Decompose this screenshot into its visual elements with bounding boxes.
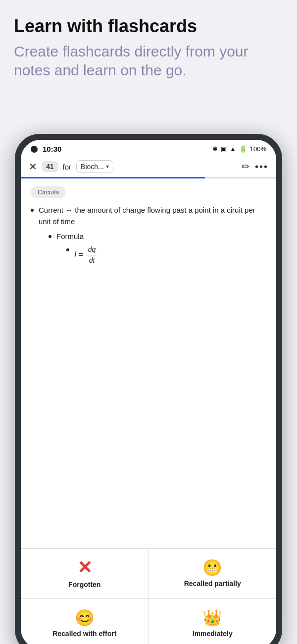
recalled-with-effort-button[interactable]: 😊 Recalled with effort: [21, 599, 148, 644]
sub-bullet-text: Formula I = dq dt: [56, 231, 98, 266]
card-tag: Circuits: [31, 186, 66, 198]
edit-button[interactable]: ✏: [242, 161, 250, 173]
page-header: Learn with flashcards Create flashcards …: [0, 0, 297, 91]
camera-dot: [31, 146, 38, 153]
recalled-partially-button[interactable]: 😬 Recalled partially: [149, 549, 277, 598]
battery-icon: 🔋: [239, 145, 247, 153]
toolbar: ✕ 41 for Bioch... ▾ ✏ •••: [21, 156, 276, 177]
formula-item: I = dq dt: [66, 244, 98, 266]
bullet-list: Current ↔ the amount of charge flowing p…: [31, 205, 266, 271]
list-item: Current ↔ the amount of charge flowing p…: [31, 205, 266, 271]
signal-icon: ▲: [230, 145, 236, 153]
status-bar: 10:30 ✱ ▣ ▲ 🔋 100%: [21, 140, 276, 156]
status-right: ✱ ▣ ▲ 🔋 100%: [212, 145, 266, 153]
close-button[interactable]: ✕: [29, 161, 37, 173]
formula-fraction: dq dt: [87, 244, 98, 266]
denominator: dt: [88, 255, 97, 266]
bluetooth-icon: ✱: [212, 145, 218, 153]
immediately-button[interactable]: 👑 Immediately: [149, 599, 277, 644]
forgotten-label: Forgotten: [68, 581, 100, 588]
recalled-with-effort-label: Recalled with effort: [52, 630, 116, 638]
main-bullet-content: Current ↔ the amount of charge flowing p…: [39, 206, 255, 226]
recalled-partially-label: Recalled partially: [184, 580, 241, 587]
page-subtitle: Create flashcards directly from your not…: [14, 42, 283, 79]
sub-list-item: Formula I = dq dt: [49, 231, 266, 266]
for-label: for: [63, 163, 72, 171]
x-icon: ✕: [77, 559, 92, 577]
card-content: Circuits Current ↔ the amount of charge …: [21, 178, 276, 548]
happy-emoji-icon: 😊: [75, 610, 95, 626]
numerator: dq: [87, 244, 98, 255]
deck-name: Bioch...: [81, 163, 104, 171]
forgotten-button[interactable]: ✕ Forgotten: [21, 549, 148, 598]
grimace-emoji-icon: 😬: [202, 560, 222, 576]
answer-grid: ✕ Forgotten 😬 Recalled partially 😊 Recal…: [21, 548, 276, 644]
formula-text: I = dq dt: [74, 244, 98, 266]
battery-level: 100%: [250, 145, 266, 153]
status-time: 10:30: [43, 145, 61, 153]
card-count: 41: [42, 161, 58, 172]
phone-screen: 10:30 ✱ ▣ ▲ 🔋 100% ✕ 41 for Bioch... ▾ ✏…: [21, 140, 276, 644]
status-left: 10:30: [31, 145, 61, 153]
bullet-dot: [31, 209, 34, 212]
formula-bullet-dot: [66, 248, 69, 251]
chevron-down-icon: ▾: [106, 163, 109, 170]
formula-label: Formula: [56, 232, 84, 240]
sub-bullet-dot: [49, 235, 51, 238]
phone-shell: 10:30 ✱ ▣ ▲ 🔋 100% ✕ 41 for Bioch... ▾ ✏…: [15, 134, 282, 644]
bullet-text: Current ↔ the amount of charge flowing p…: [39, 205, 266, 271]
sub-list: Formula I = dq dt: [39, 231, 266, 266]
vibrate-icon: ▣: [221, 145, 227, 153]
crown-emoji-icon: 👑: [202, 610, 222, 626]
more-options-button[interactable]: •••: [255, 161, 268, 173]
deck-selector[interactable]: Bioch... ▾: [76, 160, 113, 173]
page-title: Learn with flashcards: [14, 16, 283, 36]
immediately-label: Immediately: [193, 630, 233, 638]
